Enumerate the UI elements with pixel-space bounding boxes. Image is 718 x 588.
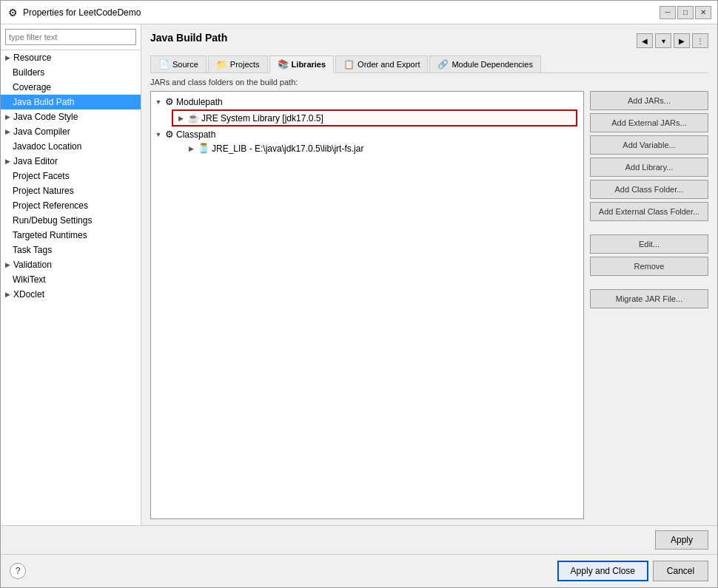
sidebar-item-task-tags[interactable]: Task Tags xyxy=(1,243,141,257)
tab-libraries[interactable]: 📚 Libraries xyxy=(269,55,334,73)
add-external-jars-button[interactable]: Add External JARs... xyxy=(590,113,708,132)
sidebar-item-run-debug[interactable]: Run/Debug Settings xyxy=(1,213,141,228)
sidebar-item-label: Targeted Runtimes xyxy=(13,230,87,240)
help-button[interactable]: ? xyxy=(10,563,26,579)
expand-arrow: ▶ xyxy=(5,54,10,61)
sidebar-item-java-editor[interactable]: ▶ Java Editor xyxy=(1,154,141,169)
sidebar-item-label: Java Compiler xyxy=(13,126,70,137)
sidebar-item-label: Java Code Style xyxy=(13,112,78,122)
dialog-window: ⚙ Properties for LeetCodeDemo ─ □ ✕ ▶ Re… xyxy=(0,0,718,588)
sidebar-item-java-code-style[interactable]: ▶ Java Code Style xyxy=(1,109,141,124)
sidebar-item-project-facets[interactable]: Project Facets xyxy=(1,169,141,183)
tab-projects-label: Projects xyxy=(230,60,260,69)
panel-toolbar: ◀ ▾ ▶ ⋮ xyxy=(637,33,708,48)
projects-tab-icon: 📁 xyxy=(216,59,227,70)
expand-arrow: ▶ xyxy=(5,128,10,135)
sidebar-item-label: Run/Debug Settings xyxy=(13,215,92,226)
filter-input[interactable] xyxy=(5,29,136,45)
sidebar-item-label: Coverage xyxy=(13,82,51,92)
jre-lib-arrow: ▶ xyxy=(187,145,195,152)
sidebar-item-resource[interactable]: ▶ Resource xyxy=(1,50,141,65)
modulepath-group: ▼ ⚙ Modulepath ▶ ☕ JRE System Library [j… xyxy=(151,95,583,126)
sidebar-item-javadoc-location[interactable]: Javadoc Location xyxy=(1,139,141,154)
forward-button[interactable]: ▶ xyxy=(674,33,690,48)
sidebar-item-label: Project References xyxy=(13,200,88,211)
sidebar-item-label: Project Natures xyxy=(13,186,74,196)
apply-button[interactable]: Apply xyxy=(655,530,708,550)
jre-lib-label: JRE_LIB - E:\java\jdk17.0.5\lib\jrt-fs.j… xyxy=(212,143,363,154)
classpath-arrow: ▼ xyxy=(154,131,163,138)
modulepath-arrow: ▼ xyxy=(154,98,163,106)
menu-button[interactable]: ⋮ xyxy=(692,33,708,48)
close-button[interactable]: ✕ xyxy=(695,6,711,19)
tab-order-export[interactable]: 📋 Order and Export xyxy=(335,55,428,72)
source-tab-icon: 📄 xyxy=(158,59,170,70)
content-area: ▶ Resource Builders Coverage Java Build … xyxy=(1,24,717,525)
sidebar-item-xdoclet[interactable]: ▶ XDoclet xyxy=(1,287,141,302)
jre-system-library-label: JRE System Library [jdk17.0.5] xyxy=(201,113,323,124)
build-path-tree: ▼ ⚙ Modulepath ▶ ☕ JRE System Library [j… xyxy=(150,91,584,519)
jre-lib-icon: 🫙 xyxy=(198,143,209,154)
sidebar-item-project-natures[interactable]: Project Natures xyxy=(1,183,141,198)
tab-module-dependencies-label: Module Dependencies xyxy=(452,60,532,69)
jre-system-library-item[interactable]: ▶ ☕ JRE System Library [jdk17.0.5] xyxy=(172,109,577,126)
button-spacer-2 xyxy=(590,279,708,286)
cancel-button[interactable]: Cancel xyxy=(653,561,708,581)
jre-lib-item[interactable]: ▶ 🫙 JRE_LIB - E:\java\jdk17.0.5\lib\jrt-… xyxy=(151,141,583,155)
sidebar-item-label: Project Facets xyxy=(13,171,70,181)
sidebar-item-label: Java Editor xyxy=(13,156,58,166)
add-external-class-folder-button[interactable]: Add External Class Folder... xyxy=(590,202,708,221)
modulepath-header[interactable]: ▼ ⚙ Modulepath xyxy=(151,95,583,109)
sidebar-item-label: Javadoc Location xyxy=(13,141,81,152)
footer-buttons: Apply and Close Cancel xyxy=(557,561,708,581)
classpath-header[interactable]: ▼ ⚙ Classpath xyxy=(151,127,583,141)
sidebar-item-builders[interactable]: Builders xyxy=(1,65,141,80)
classpath-group: ▼ ⚙ Classpath ▶ 🫙 JRE_LIB - E:\java\jdk1… xyxy=(151,127,583,155)
classpath-label: Classpath xyxy=(176,129,215,140)
apply-row: Apply xyxy=(1,526,717,554)
add-variable-button[interactable]: Add Variable... xyxy=(590,135,708,155)
apply-close-button[interactable]: Apply and Close xyxy=(557,561,648,581)
sidebar-item-java-build-path[interactable]: Java Build Path xyxy=(1,95,141,109)
expand-arrow: ▶ xyxy=(5,261,10,268)
minimize-button[interactable]: ─ xyxy=(660,6,676,19)
back-button[interactable]: ◀ xyxy=(637,33,653,48)
footer-row: ? Apply and Close Cancel xyxy=(1,554,717,587)
sidebar-item-targeted-runtimes[interactable]: Targeted Runtimes xyxy=(1,228,141,243)
migrate-jar-button[interactable]: Migrate JAR File... xyxy=(590,289,708,308)
window-icon: ⚙ xyxy=(7,7,19,18)
sidebar-item-label: Resource xyxy=(13,53,51,63)
bottom-area: Apply ? Apply and Close Cancel xyxy=(1,525,717,587)
sidebar-item-label: Builders xyxy=(13,67,44,78)
add-class-folder-button[interactable]: Add Class Folder... xyxy=(590,180,708,199)
sidebar-item-coverage[interactable]: Coverage xyxy=(1,80,141,95)
sidebar-item-validation[interactable]: ▶ Validation xyxy=(1,257,141,272)
tab-module-dependencies[interactable]: 🔗 Module Dependencies xyxy=(429,55,540,72)
tab-order-export-label: Order and Export xyxy=(358,60,420,69)
jre-icon: ☕ xyxy=(187,112,199,124)
edit-button[interactable]: Edit... xyxy=(590,234,708,254)
add-jars-button[interactable]: Add JARs... xyxy=(590,91,708,110)
tab-projects[interactable]: 📁 Projects xyxy=(208,55,268,72)
tab-source[interactable]: 📄 Source xyxy=(150,55,207,72)
sidebar-item-java-compiler[interactable]: ▶ Java Compiler xyxy=(1,124,141,139)
expand-arrow: ▶ xyxy=(5,113,10,121)
action-buttons-panel: Add JARs... Add External JARs... Add Var… xyxy=(590,91,708,519)
dropdown-button[interactable]: ▾ xyxy=(655,33,671,48)
tab-source-label: Source xyxy=(172,60,198,69)
sidebar-item-wikitext[interactable]: WikiText xyxy=(1,272,141,287)
add-library-button[interactable]: Add Library... xyxy=(590,158,708,177)
button-spacer xyxy=(590,224,708,232)
sidebar-item-project-references[interactable]: Project References xyxy=(1,198,141,213)
window-controls: ─ □ ✕ xyxy=(660,6,711,19)
sidebar-item-label: Validation xyxy=(13,260,52,270)
filter-box xyxy=(1,24,141,50)
maximize-button[interactable]: □ xyxy=(677,6,694,19)
build-path-area: ▼ ⚙ Modulepath ▶ ☕ JRE System Library [j… xyxy=(150,91,708,519)
main-panel: Java Build Path ◀ ▾ ▶ ⋮ 📄 Source 📁 Proje… xyxy=(141,24,717,525)
module-dependencies-tab-icon: 🔗 xyxy=(437,59,449,70)
remove-button[interactable]: Remove xyxy=(590,257,708,276)
sidebar-item-label: XDoclet xyxy=(13,289,44,300)
libraries-tab-icon: 📚 xyxy=(278,59,289,70)
help-icon-symbol: ? xyxy=(16,566,21,576)
